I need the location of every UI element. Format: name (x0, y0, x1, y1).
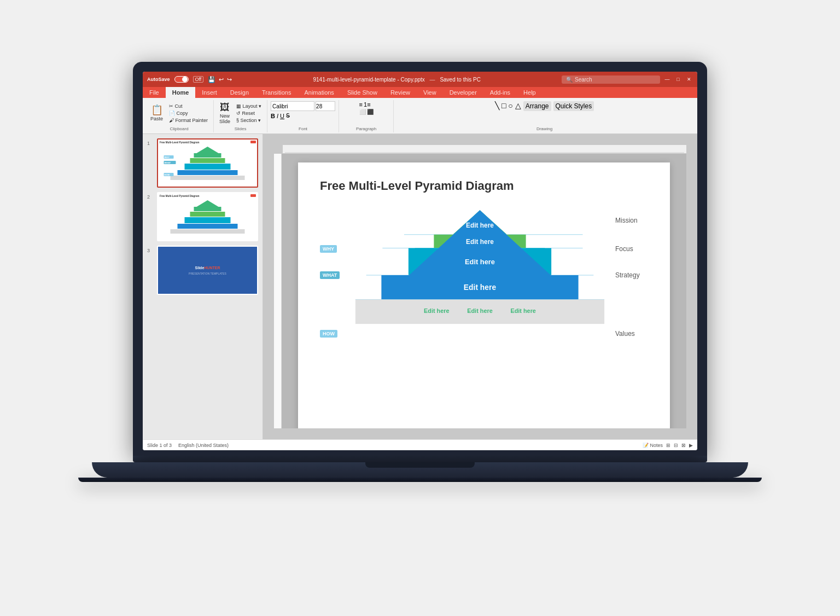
pyramid-center: Edit here Edit here Edit here Edit here … (350, 204, 610, 346)
screen-bezel: AutoSave Off 💾 ↩ ↪ 9141-multi-level-pyra… (133, 62, 707, 456)
tab-review[interactable]: Review (384, 87, 417, 98)
svg-text:Edit here: Edit here (467, 307, 493, 314)
title-bar-left: AutoSave Off 💾 ↩ ↪ (147, 76, 232, 83)
slide-viewport[interactable]: Free Multi-Level Pyramid Diagram WHY (282, 154, 686, 428)
filename-label: 9141-multi-level-pyramid-template - Copy… (313, 77, 424, 83)
shape-line[interactable]: ╲ (495, 101, 499, 110)
svg-rect-3 (185, 164, 231, 170)
how-tag: HOW (320, 330, 337, 338)
drawing-label: Drawing (536, 126, 552, 131)
right-label-empty (615, 292, 648, 319)
slide-thumb-2[interactable]: 2 Free Multi-Level Pyramid Diagram (147, 192, 258, 241)
ribbon-group-clipboard: 📋 Paste ✂ Cut 📄 Copy 🖌 Format Painter Cl… (145, 100, 214, 132)
layout-button[interactable]: ▦ Layout ▾ (234, 103, 264, 109)
view-normal[interactable]: ⊞ (666, 443, 670, 448)
left-label-what: WHAT (320, 264, 347, 286)
tab-file[interactable]: File (143, 87, 166, 98)
bullet-list-button[interactable]: ≡ (359, 101, 363, 108)
slide-preview-3[interactable]: SlideHUNTER PRESENTATION TEMPLATES (157, 246, 258, 295)
tab-view[interactable]: View (417, 87, 443, 98)
paste-button[interactable]: 📋 Paste (148, 104, 165, 123)
copy-button[interactable]: 📄 Copy (167, 110, 210, 117)
ribbon-group-paragraph: ≡ 1≡ ⬜ ⬛ Paragraph (339, 100, 394, 132)
svg-rect-17 (171, 229, 245, 234)
search-bar[interactable]: 🔍 Search (562, 75, 660, 84)
slide-thumb-1[interactable]: 1 Free Multi-Level Pyramid Diagram (147, 138, 258, 188)
tab-developer[interactable]: Developer (443, 87, 483, 98)
slide1-logo (250, 141, 256, 143)
font-row1 (271, 101, 335, 111)
slide-num-2: 2 (147, 192, 154, 200)
shape-rect[interactable]: □ (501, 101, 506, 110)
numbered-list-button[interactable]: 1≡ (364, 101, 371, 108)
align-left-button[interactable]: ⬜ (359, 109, 366, 115)
slide-canvas[interactable]: Free Multi-Level Pyramid Diagram WHY (298, 162, 670, 428)
font-name-input[interactable] (271, 101, 314, 111)
slide2-logo (250, 194, 256, 197)
tab-design[interactable]: Design (224, 87, 255, 98)
bold-button[interactable]: B (271, 113, 275, 119)
align-buttons: ⬜ ⬛ (359, 109, 374, 115)
slide-preview-2[interactable]: Free Multi-Level Pyramid Diagram (157, 192, 258, 241)
new-slide-button[interactable]: 🖼 NewSlide (217, 101, 232, 125)
view-slide-sorter[interactable]: ⊟ (674, 443, 678, 448)
clipboard-label: Clipboard (170, 126, 188, 131)
cut-button[interactable]: ✂ Cut (167, 103, 210, 109)
align-center-button[interactable]: ⬛ (367, 109, 374, 115)
autosave-toggle[interactable] (174, 76, 189, 83)
tab-addins[interactable]: Add-ins (483, 87, 517, 98)
slide1-thumb-title: Free Multi-Level Pyramid Diagram (160, 141, 255, 144)
language-label: English (United States) (178, 443, 229, 448)
font-label: Font (299, 126, 307, 131)
svg-rect-14 (190, 212, 225, 217)
svg-rect-1 (194, 153, 221, 158)
slides-small-buttons: ▦ Layout ▾ ↺ Reset § Section ▾ (234, 103, 264, 124)
pyramid-main-svg: Edit here Edit here Edit here Edit here … (350, 204, 610, 346)
saved-state-label: Saved to this PC (440, 77, 480, 83)
tab-slideshow[interactable]: Slide Show (341, 87, 384, 98)
format-painter-button[interactable]: 🖌 Format Painter (167, 117, 210, 124)
svg-text:Edit here: Edit here (466, 222, 494, 229)
pyramid-diagram: WHY WHAT HOW (320, 204, 648, 346)
tab-home[interactable]: Home (166, 87, 196, 98)
slides-panel: 1 Free Multi-Level Pyramid Diagram (143, 134, 263, 439)
arrange-button[interactable]: Arrange (523, 101, 551, 111)
reset-button[interactable]: ↺ Reset (234, 110, 264, 117)
close-button[interactable]: ✕ (685, 75, 693, 83)
slide-preview-1[interactable]: Free Multi-Level Pyramid Diagram (157, 138, 258, 188)
tab-animations[interactable]: Animations (298, 87, 340, 98)
right-label-mission: Mission (615, 207, 648, 234)
italic-button[interactable]: I (277, 113, 278, 119)
what-tag: WHAT (320, 271, 340, 279)
strikethrough-button[interactable]: S̶ (286, 112, 290, 119)
slide-thumb-3[interactable]: 3 SlideHUNTER PRESENTATION TEMPLATES (147, 246, 258, 295)
right-label-focus: Focus (615, 239, 648, 259)
tab-transitions[interactable]: Transitions (255, 87, 298, 98)
left-label-how: HOW (320, 324, 347, 344)
section-button[interactable]: § Section ▾ (234, 117, 264, 124)
svg-marker-0 (197, 147, 219, 153)
slide3-logo-text: SlideHUNTER (195, 266, 220, 270)
shape-triangle[interactable]: △ (515, 101, 521, 110)
view-reading[interactable]: ⊠ (681, 443, 686, 448)
notes-button[interactable]: 📝 Notes (643, 443, 663, 448)
right-label-strategy: Strategy (615, 264, 648, 286)
maximize-button[interactable]: □ (674, 75, 682, 83)
view-slide-show[interactable]: ▶ (689, 443, 693, 448)
underline-button[interactable]: U (280, 113, 284, 119)
pyramid-right-labels: Mission Focus Strategy Values (610, 204, 648, 346)
shape-circle[interactable]: ○ (508, 101, 512, 110)
svg-text:HOW: HOW (165, 173, 170, 176)
undo-icon[interactable]: ↩ (219, 76, 224, 83)
svg-rect-2 (190, 158, 225, 163)
svg-text:Edit here: Edit here (465, 258, 495, 266)
redo-icon[interactable]: ↪ (227, 76, 232, 83)
quick-styles-button[interactable]: Quick Styles (553, 101, 594, 111)
font-size-input[interactable] (316, 101, 335, 111)
tab-insert[interactable]: Insert (195, 87, 224, 98)
minimize-button[interactable]: — (663, 75, 671, 83)
slide1-pyramid-svg: WHY WHAT HOW (160, 144, 255, 180)
title-bar: AutoSave Off 💾 ↩ ↪ 9141-multi-level-pyra… (143, 72, 697, 87)
tab-help[interactable]: Help (517, 87, 542, 98)
save-icon[interactable]: 💾 (208, 76, 215, 83)
